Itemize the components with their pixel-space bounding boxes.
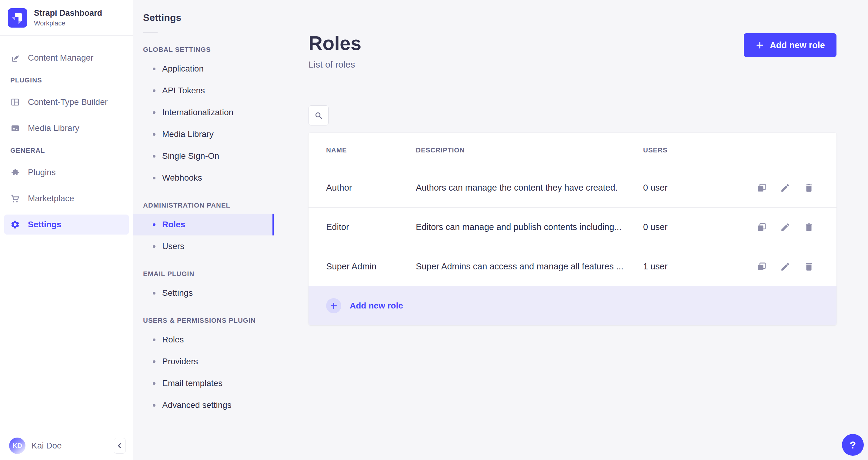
subnav-item-api-tokens[interactable]: API Tokens	[133, 80, 274, 101]
sidebar-item-content-type-builder[interactable]: Content-Type Builder	[4, 92, 129, 112]
role-description: Authors can manage the content they have…	[416, 183, 643, 193]
subnav-item-email-templates[interactable]: Email templates	[133, 372, 274, 394]
strapi-logo-icon	[8, 8, 27, 28]
avatar[interactable]: KD	[9, 437, 26, 454]
subnav-item-label: Roles	[162, 335, 184, 344]
subnav-item-email-settings[interactable]: Settings	[133, 282, 274, 304]
subnav-item-internationalization[interactable]: Internationalization	[133, 101, 274, 123]
subnav-section-label: ADMINISTRATION PANEL	[143, 202, 264, 209]
role-name: Author	[326, 183, 416, 193]
main-content: Roles List of roles Add new role	[274, 0, 868, 460]
bullet-icon	[153, 155, 155, 158]
bullet-icon	[153, 404, 155, 407]
page-subtitle: List of roles	[309, 59, 361, 70]
toolbar	[309, 105, 836, 125]
subnav-section-label: USERS & PERMISSIONS PLUGIN	[143, 317, 264, 324]
pencil-icon	[780, 183, 790, 193]
sidebar-section-label: GENERAL	[10, 147, 123, 155]
subnav-item-single-sign-on[interactable]: Single Sign-On	[133, 145, 274, 167]
delete-role-button[interactable]	[804, 262, 814, 272]
subnav-item-label: Media Library	[162, 129, 214, 139]
subnav-item-label: Roles	[162, 220, 185, 229]
bullet-icon	[153, 338, 155, 341]
copy-icon	[756, 183, 767, 193]
delete-role-button[interactable]	[804, 183, 814, 193]
edit-role-button[interactable]	[780, 262, 790, 272]
subnav-item-label: Advanced settings	[162, 400, 231, 410]
search-button[interactable]	[309, 105, 329, 125]
pencil-icon	[780, 262, 790, 272]
subnav-item-webhooks[interactable]: Webhooks	[133, 167, 274, 189]
subnav-item-label: Email templates	[162, 378, 222, 388]
add-new-role-button[interactable]: Add new role	[744, 33, 836, 57]
trash-icon	[804, 262, 814, 272]
subnav-item-label: Application	[162, 64, 204, 74]
row-actions	[756, 262, 814, 272]
bullet-icon	[153, 382, 155, 385]
subnav-section-email-plugin: EMAIL PLUGIN Settings	[133, 271, 274, 304]
edit-role-button[interactable]	[780, 222, 790, 233]
subnav-title: Settings	[133, 0, 274, 23]
bullet-icon	[153, 292, 155, 295]
subnav-item-roles-up[interactable]: Roles	[133, 329, 274, 350]
duplicate-role-button[interactable]	[756, 222, 767, 233]
subnav-section-global-settings: GLOBAL SETTINGS Application API Tokens I…	[133, 47, 274, 189]
sidebar-item-plugins[interactable]: Plugins	[4, 162, 129, 182]
collapse-sidebar-button[interactable]	[114, 438, 126, 454]
subnav-item-label: API Tokens	[162, 86, 205, 95]
sidebar-item-media-library[interactable]: Media Library	[4, 118, 129, 138]
subnav-item-label: Internationalization	[162, 108, 234, 117]
gear-icon	[10, 220, 20, 229]
sidebar-item-marketplace[interactable]: Marketplace	[4, 188, 129, 209]
edit-role-button[interactable]	[780, 183, 790, 193]
page-header: Roles List of roles Add new role	[309, 33, 836, 70]
sidebar-item-label: Content-Type Builder	[28, 97, 107, 107]
bullet-icon	[153, 245, 155, 248]
subnav-item-advanced-settings[interactable]: Advanced settings	[133, 394, 274, 416]
page-header-text: Roles List of roles	[309, 33, 361, 70]
table-row-super-admin[interactable]: Super Admin Super Admins can access and …	[309, 247, 836, 286]
trash-icon	[804, 222, 814, 233]
subnav-item-users[interactable]: Users	[133, 236, 274, 257]
subnav-divider	[143, 32, 158, 33]
subnav-item-label: Single Sign-On	[162, 151, 219, 161]
add-new-role-footer-button[interactable]: Add new role	[309, 286, 836, 325]
role-description: Editors can manage and publish contents …	[416, 222, 643, 232]
row-actions	[756, 183, 814, 193]
subnav-item-label: Providers	[162, 357, 198, 366]
sidebar-item-settings[interactable]: Settings	[4, 215, 129, 235]
column-header-description: Description	[416, 146, 643, 154]
table-row-editor[interactable]: Editor Editors can manage and publish co…	[309, 208, 836, 247]
subnav-section-users-permissions: USERS & PERMISSIONS PLUGIN Roles Provide…	[133, 317, 274, 416]
sidebar-item-content-manager[interactable]: Content Manager	[4, 48, 129, 68]
duplicate-role-button[interactable]	[756, 183, 767, 193]
column-header-name: Name	[326, 146, 416, 154]
shopping-cart-icon	[10, 194, 20, 203]
feather-pen-icon	[10, 53, 20, 63]
bullet-icon	[153, 68, 155, 70]
main-nav: Content Manager PLUGINS Content-Type Bui…	[0, 36, 133, 431]
subnav-section-administration-panel: ADMINISTRATION PANEL Roles Users	[133, 202, 274, 257]
delete-role-button[interactable]	[804, 222, 814, 233]
brand-home-link[interactable]: Strapi Dashboard Workplace	[0, 0, 133, 36]
help-button[interactable]: ?	[842, 434, 864, 456]
subnav-item-providers[interactable]: Providers	[133, 350, 274, 372]
bullet-icon	[153, 360, 155, 363]
subnav-item-media-library[interactable]: Media Library	[133, 123, 274, 145]
subnav-section-label: EMAIL PLUGIN	[143, 271, 264, 277]
settings-subnav: Settings GLOBAL SETTINGS Application API…	[133, 0, 274, 460]
role-name: Editor	[326, 222, 416, 232]
main-sidebar: Strapi Dashboard Workplace Content Manag…	[0, 0, 133, 460]
picture-icon	[10, 123, 20, 133]
duplicate-role-button[interactable]	[756, 262, 767, 272]
layout-grid-icon	[10, 97, 20, 107]
subnav-item-roles-admin[interactable]: Roles	[133, 214, 274, 236]
bullet-icon	[153, 177, 155, 179]
sidebar-item-label: Content Manager	[28, 53, 93, 63]
subnav-item-application[interactable]: Application	[133, 58, 274, 80]
brand-title: Strapi Dashboard	[34, 8, 102, 18]
subnav-section-label: GLOBAL SETTINGS	[143, 47, 264, 53]
role-users-count: 0 user	[643, 183, 756, 193]
table-row-author[interactable]: Author Authors can manage the content th…	[309, 168, 836, 208]
puzzle-icon	[10, 167, 20, 177]
